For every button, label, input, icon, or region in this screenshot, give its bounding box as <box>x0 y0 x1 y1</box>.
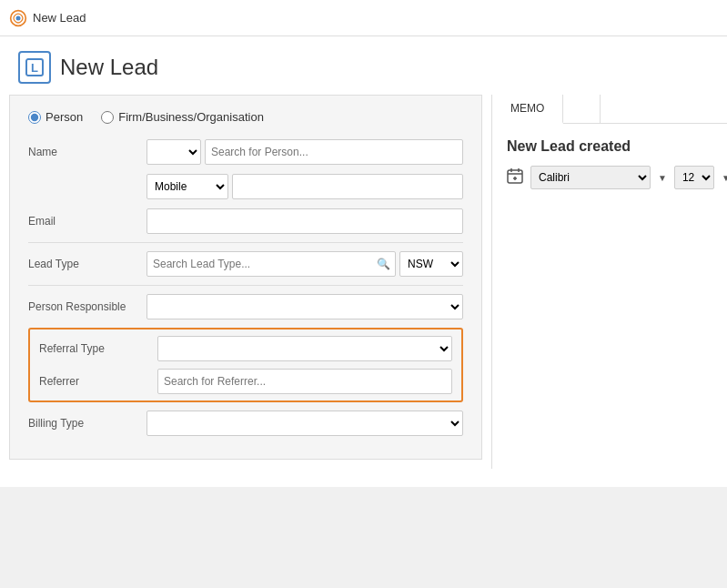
person-radio[interactable] <box>28 111 41 124</box>
memo-tab-2[interactable] <box>563 95 601 123</box>
divider-1 <box>28 242 463 243</box>
lead-type-search-icon: 🔍 <box>377 258 390 270</box>
firm-radio-label: Firm/Business/Organisation <box>118 110 264 124</box>
lead-type-label: Lead Type <box>28 258 146 270</box>
memo-panel: MEMO New Lead created Calibri <box>491 95 727 469</box>
memo-content: New Lead created Calibri Arial Times <box>492 124 727 204</box>
phone-row: Mobile Home Work <box>28 173 463 200</box>
phone-type-select[interactable]: Mobile Home Work <box>146 174 228 199</box>
phone-controls: Mobile Home Work <box>146 174 463 199</box>
referral-type-controls <box>157 336 452 361</box>
firm-radio[interactable] <box>101 111 114 124</box>
name-label: Name <box>28 146 146 158</box>
memo-created-text: New Lead created <box>507 138 712 155</box>
svg-point-1 <box>16 15 21 20</box>
title-bar-text: New Lead <box>33 11 86 25</box>
name-search-input[interactable] <box>205 139 463 165</box>
referrer-search-input[interactable] <box>157 369 452 394</box>
person-radio-label: Person <box>45 110 83 124</box>
person-radio-option[interactable]: Person <box>28 110 83 124</box>
referral-type-row: Referral Type <box>39 335 452 362</box>
calendar-add-icon <box>507 167 523 188</box>
font-family-select[interactable]: Calibri Arial Times New Roman <box>530 166 651 189</box>
email-row: Email <box>28 208 463 235</box>
referrer-label: Referrer <box>39 375 157 388</box>
email-controls <box>146 208 463 234</box>
lead-type-search-input[interactable] <box>146 251 396 277</box>
memo-tab[interactable]: MEMO <box>492 95 563 124</box>
lead-type-search-wrapper: 🔍 <box>146 251 396 277</box>
memo-tabs: MEMO <box>492 95 727 124</box>
referral-type-select[interactable] <box>157 336 452 361</box>
email-input[interactable] <box>146 208 463 234</box>
name-row: Name Mr Ms Mrs Dr <box>28 138 463 166</box>
page-header: L New Lead <box>0 36 727 95</box>
app-logo-icon <box>9 9 27 27</box>
divider-2 <box>28 285 463 286</box>
referral-box: Referral Type Referrer <box>28 328 463 402</box>
referrer-controls <box>157 369 452 394</box>
font-dropdown-arrow-icon: ▼ <box>658 173 667 183</box>
person-responsible-row: Person Responsible <box>28 293 463 320</box>
contact-type-radio-group: Person Firm/Business/Organisation <box>28 110 463 124</box>
lead-type-controls: 🔍 NSW VIC QLD WA SA <box>146 251 463 277</box>
lead-type-row: Lead Type 🔍 NSW VIC QLD WA SA <box>28 250 463 278</box>
state-select[interactable]: NSW VIC QLD WA SA <box>399 251 463 277</box>
svg-text:L: L <box>31 61 38 75</box>
main-content: Person Firm/Business/Organisation Name M… <box>0 95 727 487</box>
name-title-select[interactable]: Mr Ms Mrs Dr <box>146 139 201 165</box>
person-responsible-label: Person Responsible <box>28 300 146 313</box>
font-size-dropdown-arrow-icon: ▼ <box>722 173 727 183</box>
page-title: New Lead <box>60 55 158 80</box>
form-panel: Person Firm/Business/Organisation Name M… <box>9 95 482 460</box>
name-controls: Mr Ms Mrs Dr <box>146 139 463 165</box>
billing-type-controls <box>146 411 463 436</box>
phone-input[interactable] <box>232 174 463 199</box>
referral-type-label: Referral Type <box>39 342 157 355</box>
email-label: Email <box>28 215 146 228</box>
person-responsible-controls <box>146 294 463 319</box>
title-bar: New Lead <box>0 0 727 36</box>
billing-type-label: Billing Type <box>28 417 146 430</box>
billing-type-select[interactable] <box>146 411 463 436</box>
person-responsible-select[interactable] <box>146 294 463 319</box>
firm-radio-option[interactable]: Firm/Business/Organisation <box>101 110 264 124</box>
referrer-row: Referrer <box>39 368 452 395</box>
memo-toolbar: Calibri Arial Times New Roman ▼ 12 10 14… <box>507 166 712 189</box>
page-header-icon: L <box>18 51 51 84</box>
billing-type-row: Billing Type <box>28 410 463 437</box>
font-size-select[interactable]: 12 10 14 16 <box>674 166 714 189</box>
